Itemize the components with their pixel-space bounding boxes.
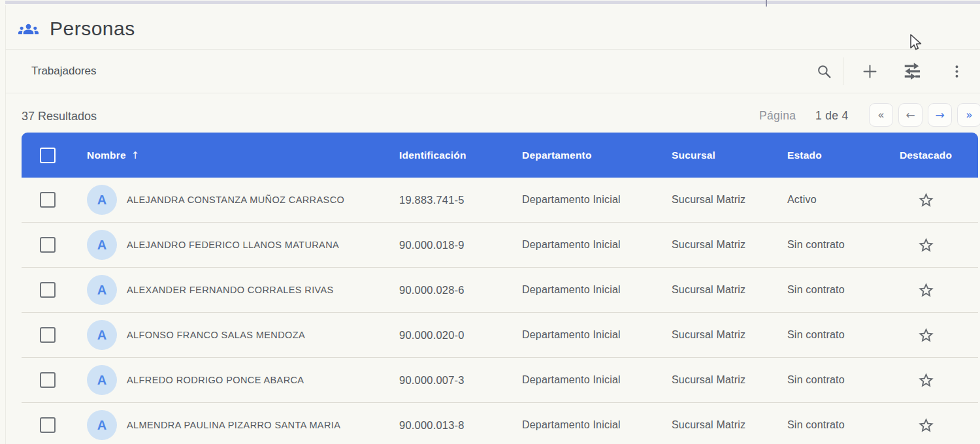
name-cell: AALFREDO RODRIGO PONCE ABARCA [79,365,391,395]
star-icon[interactable] [917,236,935,254]
row-checkbox[interactable] [40,237,56,253]
star-icon[interactable] [917,191,935,209]
filter-button[interactable] [898,57,927,86]
avatar: A [87,275,117,305]
row-select-cell [22,282,79,298]
department-cell: Departamento Inicial [514,194,664,206]
name-cell: AALFONSO FRANCO SALAS MENDOZA [79,320,391,350]
search-button[interactable] [809,57,838,86]
featured-cell [877,236,978,254]
status-cell: Sin contrato [779,374,877,386]
department-cell: Departamento Inicial [514,419,664,431]
status-cell: Activo [779,194,877,206]
branch-cell: Sucursal Matriz [664,329,779,341]
table-row[interactable]: AALEJANDRA CONSTANZA MUÑOZ CARRASCO19.88… [22,178,978,223]
column-header-departamento[interactable]: Departamento [514,150,664,161]
department-cell: Departamento Inicial [514,239,664,251]
table-row[interactable]: AALMENDRA PAULINA PIZARRO SANTA MARIA90.… [22,403,978,444]
browser-top-strip [5,1,980,4]
section-label-trabajadores: Trabajadores [31,50,97,93]
branch-cell: Sucursal Matriz [664,284,779,296]
name-cell: AALEJANDRO FEDERICO LLANOS MATURANA [79,230,391,260]
table-header-row: Nombre ↑ Identificación Departamento Suc… [22,133,978,178]
pagination-last-button[interactable]: » [957,103,980,127]
status-cell: Sin contrato [779,239,877,251]
person-name: ALEJANDRO FEDERICO LLANOS MATURANA [127,240,339,250]
row-select-cell [22,417,79,433]
more-options-button[interactable] [942,57,971,86]
sort-ascending-icon: ↑ [131,150,140,161]
column-header-identificacion[interactable]: Identificación [391,150,514,161]
person-name: ALFREDO RODRIGO PONCE ABARCA [127,375,304,385]
branch-cell: Sucursal Matriz [664,374,779,386]
pagination-next-button[interactable]: → [928,103,952,127]
star-icon[interactable] [917,326,935,344]
select-all-checkbox[interactable] [40,148,56,163]
star-icon[interactable] [917,281,935,299]
branch-cell: Sucursal Matriz [664,419,779,431]
department-cell: Departamento Inicial [514,374,664,386]
avatar: A [87,320,117,350]
department-cell: Departamento Inicial [514,284,664,296]
branch-cell: Sucursal Matriz [664,194,779,206]
identification-cell: 90.000.018-9 [391,239,514,251]
avatar: A [87,365,117,395]
row-checkbox[interactable] [40,192,56,208]
name-cell: AALMENDRA PAULINA PIZARRO SANTA MARIA [79,410,391,440]
select-all-cell [22,148,79,163]
avatar: A [87,410,117,440]
pagination-value: 1 de 4 [815,109,848,123]
row-select-cell [22,237,79,253]
row-checkbox[interactable] [40,327,56,343]
people-group-icon [18,19,39,39]
status-cell: Sin contrato [779,284,877,296]
identification-cell: 90.000.007-3 [391,374,514,387]
row-checkbox[interactable] [40,417,56,433]
featured-cell [877,326,978,344]
row-select-cell [22,192,79,208]
featured-cell [877,191,978,209]
row-select-cell [22,327,79,343]
pagination-first-button[interactable]: « [869,103,893,127]
name-cell: AALEJANDRA CONSTANZA MUÑOZ CARRASCO [79,185,391,215]
featured-cell [877,372,978,389]
table-row[interactable]: AALEXANDER FERNANDO CORRALES RIVAS90.000… [22,268,978,313]
panel-left-border [5,5,6,444]
person-name: ALFONSO FRANCO SALAS MENDOZA [127,330,305,340]
column-header-nombre[interactable]: Nombre ↑ [79,150,391,161]
column-header-sucursal[interactable]: Sucursal [664,150,779,161]
add-button[interactable] [855,57,884,86]
featured-cell [877,417,978,434]
branch-cell: Sucursal Matriz [664,239,779,251]
identification-cell: 90.000.013-8 [391,419,514,432]
row-checkbox[interactable] [40,282,56,298]
name-cell: AALEXANDER FERNANDO CORRALES RIVAS [79,275,391,305]
column-header-destacado[interactable]: Destacado [877,150,978,161]
mouse-cursor [909,34,925,55]
status-cell: Sin contrato [779,419,877,431]
featured-cell [877,281,978,299]
table-row[interactable]: AALEJANDRO FEDERICO LLANOS MATURANA90.00… [22,223,978,268]
department-cell: Departamento Inicial [514,329,664,341]
divider [5,93,980,93]
pagination-label: Página [759,109,796,123]
page-title: Personas [50,18,135,40]
divider [5,49,980,50]
star-icon[interactable] [917,417,935,434]
workers-table: Nombre ↑ Identificación Departamento Suc… [22,133,978,444]
identification-cell: 19.883.741-5 [391,194,514,206]
pagination-prev-button[interactable]: ← [898,103,923,127]
avatar: A [87,230,117,260]
table-body: AALEJANDRA CONSTANZA MUÑOZ CARRASCO19.88… [22,178,978,444]
table-row[interactable]: AALFREDO RODRIGO PONCE ABARCA90.000.007-… [22,358,978,403]
status-cell: Sin contrato [779,329,877,341]
row-select-cell [22,372,79,388]
table-row[interactable]: AALFONSO FRANCO SALAS MENDOZA90.000.020-… [22,313,978,358]
star-icon[interactable] [917,372,935,389]
row-checkbox[interactable] [40,372,56,388]
avatar: A [87,185,117,215]
browser-top-tick [766,0,767,7]
person-name: ALMENDRA PAULINA PIZARRO SANTA MARIA [127,420,340,430]
column-header-estado[interactable]: Estado [779,150,877,161]
person-name: ALEJANDRA CONSTANZA MUÑOZ CARRASCO [127,195,344,205]
